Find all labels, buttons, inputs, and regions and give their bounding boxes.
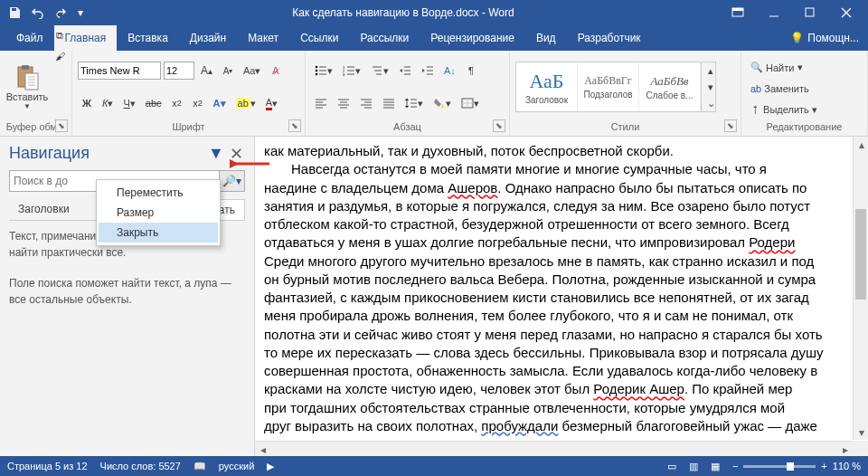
find-button[interactable]: 🔍 Найти ▾ (747, 59, 846, 77)
numbering-icon[interactable]: 123▾ (339, 62, 364, 80)
ctx-close[interactable]: Закрыть (99, 223, 218, 243)
maximize-icon[interactable] (792, 0, 828, 25)
zoom-in-icon[interactable]: + (821, 461, 826, 471)
zoom-control: − + 110 % (732, 461, 861, 471)
status-page[interactable]: Страница 5 из 12 (7, 461, 88, 471)
nav-tab-headings[interactable]: Заголовки (9, 199, 79, 220)
line-spacing-icon[interactable]: ▾ (401, 94, 427, 112)
align-right-icon[interactable] (356, 94, 376, 112)
gallery-more-icon[interactable]: ⌄ (702, 95, 720, 111)
close-icon[interactable] (828, 0, 864, 25)
strikethrough-button[interactable]: abc (142, 94, 165, 112)
gallery-up-icon[interactable]: ▴ (702, 62, 720, 79)
tab-design[interactable]: Дизайн (179, 25, 237, 51)
pane-options-icon[interactable]: ▼ (207, 145, 225, 163)
lightbulb-icon: 💡 (790, 32, 804, 44)
shrink-font-icon[interactable]: A▾ (219, 62, 237, 80)
text-effects-icon[interactable]: A▾ (210, 94, 230, 112)
align-left-icon[interactable] (311, 94, 331, 112)
dialog-launcher-icon[interactable]: ⬊ (288, 119, 301, 132)
minimize-icon[interactable] (756, 0, 792, 25)
dialog-launcher-icon[interactable]: ⬊ (493, 119, 505, 132)
tab-mailings[interactable]: Рассылки (349, 25, 420, 51)
zoom-out-icon[interactable]: − (732, 461, 738, 471)
quick-access-toolbar: ▾ (4, 2, 87, 24)
align-center-icon[interactable] (334, 94, 354, 112)
zoom-slider[interactable] (743, 465, 816, 468)
pane-resize-handle[interactable] (250, 137, 254, 456)
undo-icon[interactable] (27, 2, 49, 24)
view-read-icon[interactable]: ▭ (667, 461, 676, 472)
subscript-button[interactable]: x2 (168, 94, 186, 112)
increase-indent-icon[interactable] (418, 62, 438, 80)
tab-layout[interactable]: Макет (237, 25, 289, 51)
scroll-down-icon[interactable]: ▾ (854, 424, 868, 440)
underline-button[interactable]: Ч▾ (119, 94, 138, 112)
tab-insert[interactable]: Вставка (117, 25, 179, 51)
gallery-down-icon[interactable]: ▾ (702, 79, 720, 95)
dialog-launcher-icon[interactable]: ⬊ (55, 119, 68, 132)
status-spellcheck-icon[interactable]: 📖 (193, 461, 206, 472)
borders-icon[interactable]: ▾ (458, 94, 483, 112)
ribbon-display-icon[interactable] (720, 0, 756, 25)
grow-font-icon[interactable]: A▴ (197, 62, 216, 80)
vertical-scrollbar[interactable]: ▴ ▾ (853, 137, 868, 440)
format-painter-icon[interactable]: 🖌 (51, 47, 69, 65)
group-label-editing: Редактирование (747, 119, 862, 132)
decrease-indent-icon[interactable] (395, 62, 415, 80)
tab-developer[interactable]: Разработчик (567, 25, 652, 51)
zoom-value[interactable]: 110 % (833, 461, 861, 471)
select-button[interactable]: ⭡ Выделить ▾ (747, 100, 846, 119)
shading-icon[interactable]: ▾ (429, 94, 455, 112)
highlight-icon[interactable]: ab▾ (232, 94, 259, 112)
zoom-thumb[interactable] (787, 462, 794, 471)
tab-view[interactable]: Вид (525, 25, 567, 51)
style-subheading[interactable]: АаБбВвГгПодзаголов (578, 62, 639, 111)
ctx-size[interactable]: Размер (99, 203, 218, 223)
tab-file[interactable]: Файл (5, 25, 54, 51)
scroll-thumb[interactable] (855, 209, 866, 300)
clear-formatting-icon[interactable]: A̷ (267, 62, 285, 80)
group-label-paragraph: Абзац⬊ (311, 119, 504, 132)
qat-customize-icon[interactable]: ▾ (74, 2, 87, 24)
scroll-right-icon[interactable]: ▸ (837, 442, 853, 456)
document-page[interactable]: как материальный, так и духовный, поток … (255, 137, 853, 441)
italic-button[interactable]: К▾ (99, 94, 117, 112)
justify-icon[interactable] (379, 94, 399, 112)
tell-me[interactable]: 💡Помощн... (790, 32, 868, 44)
status-bar: Страница 5 из 12 Число слов: 5527 📖 русс… (0, 456, 868, 476)
sort-icon[interactable]: A↓ (440, 62, 459, 80)
bold-button[interactable]: Ж (78, 94, 96, 112)
multilevel-list-icon[interactable]: ▾ (367, 62, 392, 80)
svg-point-6 (316, 66, 318, 69)
superscript-button[interactable]: x2 (189, 94, 207, 112)
bullets-icon[interactable]: ▾ (311, 62, 336, 80)
horizontal-scrollbar[interactable]: ◂ ▸ (255, 441, 853, 456)
tab-references[interactable]: Ссылки (289, 25, 349, 51)
styles-gallery[interactable]: АаБЗаголовок АаБбВвГгПодзаголов АаБбВвСл… (515, 62, 702, 112)
tab-review[interactable]: Рецензирование (420, 25, 525, 51)
font-color-icon[interactable]: A▾ (262, 94, 281, 112)
save-icon[interactable] (4, 2, 25, 24)
font-name-field[interactable] (78, 62, 161, 80)
cut-icon[interactable]: ✂ (51, 5, 69, 24)
dialog-launcher-icon[interactable]: ⬊ (724, 119, 737, 132)
nav-search-button[interactable]: 🔎▾ (220, 170, 245, 192)
replace-button[interactable]: ab Заменить (747, 80, 846, 98)
change-case-icon[interactable]: Aa▾ (240, 62, 264, 80)
status-language[interactable]: русский (219, 461, 254, 471)
ctx-move[interactable]: Переместить (99, 183, 218, 203)
status-macro-icon[interactable]: ▶ (267, 461, 274, 472)
scroll-left-icon[interactable]: ◂ (255, 442, 270, 456)
view-web-icon[interactable]: ▦ (711, 461, 720, 472)
copy-icon[interactable]: ⧉ (51, 26, 69, 44)
status-words[interactable]: Число слов: 5527 (100, 461, 181, 471)
scroll-up-icon[interactable]: ▴ (854, 137, 868, 152)
show-marks-icon[interactable]: ¶ (462, 62, 480, 80)
replace-icon: ab (750, 83, 761, 94)
style-heading[interactable]: АаБЗаголовок (516, 62, 578, 111)
paste-button[interactable]: Вставить ▼ (5, 57, 49, 117)
style-weak[interactable]: АаБбВвСлабое в... (639, 62, 701, 111)
font-size-field[interactable] (164, 62, 194, 80)
view-print-icon[interactable]: ▥ (689, 461, 698, 472)
